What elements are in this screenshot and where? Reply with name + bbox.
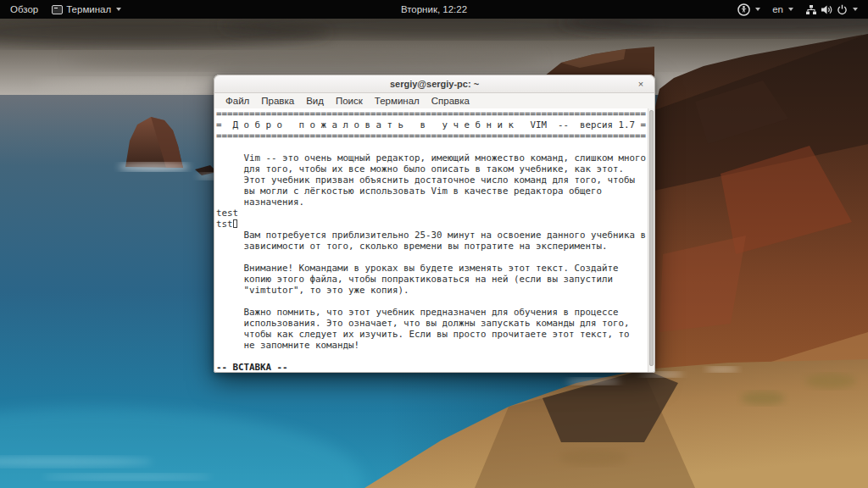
terminal-line: "vimtutor", то это уже копия). — [216, 285, 648, 296]
terminal-icon — [52, 5, 63, 14]
terminal-line: чтобы как следует их изучить. Если вы пр… — [216, 329, 648, 340]
accessibility-icon — [737, 3, 750, 16]
activities-label: Обзор — [10, 4, 38, 14]
keyboard-layout-menu[interactable]: en — [772, 0, 793, 19]
terminal-line — [216, 351, 648, 362]
window-titlebar[interactable]: sergiy@sergiy-pc: ~ × — [214, 75, 655, 93]
chevron-down-icon — [788, 8, 793, 11]
app-menu-terminal[interactable]: Терминал — [52, 0, 121, 19]
power-icon — [837, 4, 848, 15]
terminal-line — [216, 296, 648, 307]
menubar-item-4[interactable]: Терминал — [369, 94, 426, 108]
network-wired-icon — [805, 4, 817, 15]
menubar-item-1[interactable]: Правка — [255, 94, 300, 108]
chevron-down-icon — [853, 8, 858, 11]
chevron-down-icon — [755, 8, 760, 11]
terminal-line — [216, 252, 648, 263]
desktop: Обзор Терминал Вторник, 12:22 — [0, 0, 868, 488]
menubar: ФайлПравкаВидПоискТерминалСправка — [214, 93, 655, 108]
terminal-line: Этот учебник призван объяснить достаточн… — [216, 175, 648, 186]
menubar-item-5[interactable]: Справка — [426, 94, 476, 108]
clock[interactable]: Вторник, 12:22 — [401, 4, 467, 14]
keyboard-layout-label: en — [772, 4, 783, 14]
menubar-item-2[interactable]: Вид — [300, 94, 330, 108]
menubar-item-0[interactable]: Файл — [220, 94, 255, 108]
terminal-line: не запомните команды! — [216, 340, 648, 351]
terminal-line: ========================================… — [216, 108, 648, 119]
menubar-item-3[interactable]: Поиск — [330, 94, 369, 108]
terminal-line: = Д о б р о п о ж а л о в а т ь в у ч е … — [216, 119, 648, 130]
terminal-line — [216, 141, 648, 152]
text-cursor — [233, 219, 237, 228]
terminal-line: tst — [216, 219, 648, 230]
window-title: sergiy@sergiy-pc: ~ — [390, 79, 479, 89]
terminal-line: test — [216, 208, 648, 219]
top-bar: Обзор Терминал Вторник, 12:22 — [0, 0, 868, 19]
terminal-window: sergiy@sergiy-pc: ~ × ФайлПравкаВидПоиск… — [214, 75, 655, 373]
scrollbar-thumb[interactable] — [649, 110, 654, 366]
terminal-line: Внимание! Командами в уроках вы будете и… — [216, 263, 648, 274]
close-button[interactable]: × — [635, 79, 647, 91]
terminal-line: использования. Это означает, что вы долж… — [216, 318, 648, 329]
accessibility-menu[interactable] — [737, 0, 760, 19]
terminal-line: назначения. — [216, 197, 648, 208]
app-menu-label: Терминал — [66, 4, 111, 14]
chevron-down-icon — [116, 8, 121, 11]
terminal-line: Вам потребуется приблизительно 25-30 мин… — [216, 230, 648, 241]
scrollbar[interactable] — [648, 108, 654, 372]
terminal-line: зависимости от того, сколько времени вы … — [216, 241, 648, 252]
terminal-text: ========================================… — [216, 108, 648, 372]
vim-status-line: -- ВСТАВКА -- — [216, 362, 648, 373]
terminal-line: копию этого файла, чтобы попрактиковатьс… — [216, 274, 648, 285]
terminal-line: вы могли с лёгкостью использовать Vim в … — [216, 186, 648, 197]
terminal-pane[interactable]: ========================================… — [214, 108, 655, 373]
activities-button[interactable]: Обзор — [10, 0, 38, 19]
system-menu[interactable] — [805, 0, 858, 19]
volume-icon — [821, 4, 833, 15]
terminal-line: Важно помнить, что этот учебник предназн… — [216, 307, 648, 318]
terminal-line: ========================================… — [216, 130, 648, 141]
terminal-line: для того, чтобы их все можно было описат… — [216, 164, 648, 175]
terminal-line: Vim -- это очень мощный редактор, имеющи… — [216, 152, 648, 164]
